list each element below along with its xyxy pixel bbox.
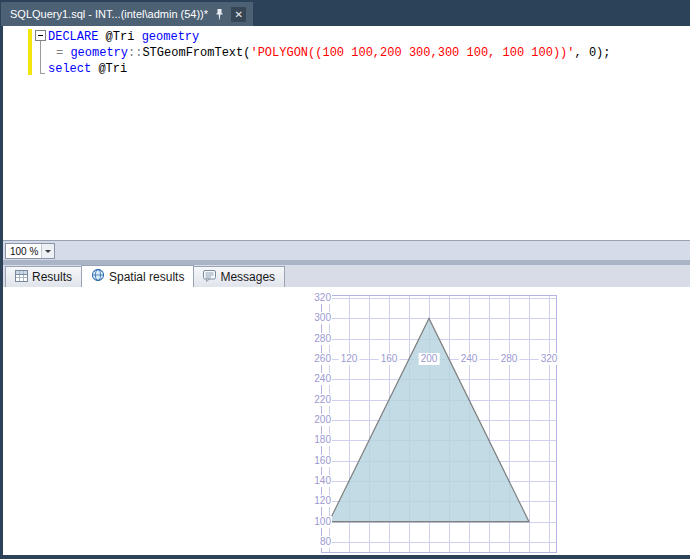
y-tick-label: 140	[284, 475, 332, 487]
code-line: select @Tri	[48, 61, 127, 77]
messages-icon	[203, 270, 216, 285]
y-axis-labels: 32030028026024022020018016014012010080	[3, 287, 332, 555]
y-tick-label: 240	[284, 373, 332, 385]
code-token: DECLARE	[48, 30, 98, 44]
pin-icon[interactable]	[215, 9, 224, 20]
spatial-results-panel: 32030028026024022020018016014012010080 1…	[3, 287, 690, 555]
y-tick-label: 180	[284, 434, 332, 446]
y-tick-label: 280	[284, 333, 332, 345]
code-token: @Tri	[98, 30, 141, 44]
code-editor[interactable]: DECLARE @Tri geometry = geometry::STGeom…	[3, 26, 690, 240]
collapse-region-line-end	[40, 73, 45, 74]
tab-messages[interactable]: Messages	[193, 266, 285, 287]
close-icon[interactable]: ✕	[231, 7, 246, 22]
x-tick-label: 160	[379, 353, 400, 365]
y-tick-label: 300	[284, 312, 332, 324]
x-tick-label: 280	[499, 353, 520, 365]
code-token: geometry	[142, 30, 200, 44]
collapse-region-line	[40, 41, 41, 73]
y-tick-label: 220	[284, 394, 332, 406]
code-token: geometry	[70, 46, 128, 60]
track-changes-bar	[28, 29, 32, 75]
editor-zoom-bar: 100 %	[3, 240, 690, 260]
triangle-polygon	[329, 318, 529, 521]
document-tab-bar: SQLQuery1.sql - INT...(intel\admin (54))…	[0, 0, 690, 26]
results-grid-icon	[15, 270, 28, 285]
ssms-window: SQLQuery1.sql - INT...(intel\admin (54))…	[0, 0, 690, 559]
y-tick-label: 200	[284, 414, 332, 426]
code-token: STGeomFromText(	[142, 46, 250, 60]
zoom-value: 100 %	[6, 246, 41, 257]
code-token: @Tri	[91, 62, 127, 76]
x-tick-label: 120	[339, 353, 360, 365]
window-bottom-border	[0, 555, 690, 559]
tab-spatial-results[interactable]: Spatial results	[81, 265, 194, 287]
x-tick-label: 320	[539, 353, 560, 365]
results-tab-strip: Results Spatial results Messages	[3, 265, 690, 287]
document-tab-title: SQLQuery1.sql - INT...(intel\admin (54))…	[10, 8, 208, 20]
collapse-region-icon[interactable]	[35, 30, 46, 41]
window-left-border	[0, 26, 3, 559]
code-token: select	[48, 62, 91, 76]
x-tick-label: 240	[459, 353, 480, 365]
tab-results[interactable]: Results	[5, 266, 82, 287]
code-token: , 0);	[575, 46, 611, 60]
plot-area: 120160200240280320	[321, 295, 557, 553]
document-tab[interactable]: SQLQuery1.sql - INT...(intel\admin (54))…	[1, 2, 253, 26]
globe-icon	[91, 268, 105, 285]
y-tick-label: 120	[284, 495, 332, 507]
tab-messages-label: Messages	[220, 270, 275, 284]
tab-results-label: Results	[32, 270, 72, 284]
tab-spatial-results-label: Spatial results	[109, 270, 184, 284]
code-line: DECLARE @Tri geometry	[48, 29, 199, 45]
y-tick-label: 160	[284, 455, 332, 467]
zoom-selector[interactable]: 100 %	[5, 243, 55, 259]
zoom-dropdown-arrow[interactable]	[41, 244, 54, 258]
y-tick-label: 320	[284, 292, 332, 304]
x-tick-label: 200	[419, 353, 440, 365]
code-token: =	[56, 46, 70, 60]
code-token: ::	[128, 46, 142, 60]
y-tick-label: 260	[284, 353, 332, 365]
y-tick-label: 80	[284, 536, 332, 548]
code-token: 'POLYGON((100 100,200 300,300 100, 100 1…	[250, 46, 574, 60]
polygon-svg	[322, 296, 556, 552]
code-line: = geometry::STGeomFromText('POLYGON((100…	[56, 45, 611, 61]
y-tick-label: 100	[284, 516, 332, 528]
